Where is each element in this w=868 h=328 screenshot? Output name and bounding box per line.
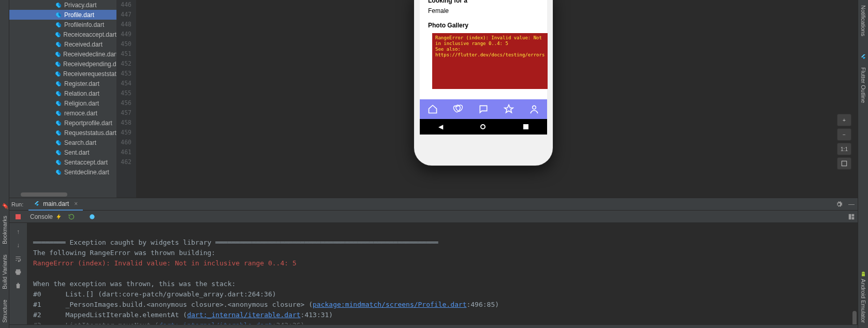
file-label: Religion.dart	[64, 100, 99, 107]
svg-point-2	[90, 214, 94, 219]
source-link[interactable]: dart:_internal/iterable.dart	[159, 321, 272, 324]
home-icon[interactable]	[428, 104, 438, 114]
file-profile-dart[interactable]: Profile.dart	[9, 10, 116, 20]
file-requeststatus-dart[interactable]: Requeststatus.dart	[9, 128, 116, 138]
home-button-icon[interactable]	[480, 124, 486, 129]
file-sent-dart[interactable]: Sent.dart	[9, 147, 116, 157]
lightning-icon	[55, 213, 63, 220]
stack-frame: #1 _PersonImages.build.<anonymous closur…	[33, 301, 499, 308]
line-number: 452	[116, 59, 136, 69]
project-tree[interactable]: Privacy.dartProfile.dartProfileinfo.dart…	[9, 0, 116, 198]
file-label: Sentaccept.dart	[64, 159, 108, 166]
file-received-dart[interactable]: Received.dart	[9, 39, 116, 49]
flutter-outline-tab[interactable]: Flutter Outline	[860, 62, 866, 108]
dart-file-icon	[55, 169, 62, 176]
source-link[interactable]: package:mindmatch/screens/Profile.dart	[313, 301, 466, 308]
line-number: 453	[116, 69, 136, 79]
file-label: Privacy.dart	[64, 2, 96, 9]
print-button[interactable]	[13, 267, 23, 277]
line-number: 457	[116, 108, 136, 118]
file-label: Register.dart	[64, 80, 99, 87]
editor-canvas[interactable]: Looking for a Female Photo Gallery Range…	[136, 0, 858, 198]
tree-horizontal-scrollbar[interactable]	[9, 191, 116, 198]
dart-file-icon	[55, 100, 62, 107]
file-search-dart[interactable]: Search.dart	[9, 138, 116, 147]
dart-file-icon	[55, 41, 62, 48]
file-label: Relation.dart	[64, 90, 99, 97]
structure-tab[interactable]: Structure	[2, 294, 8, 328]
status-bar	[9, 324, 858, 328]
bookmarks-tab[interactable]: Bookmarks 🔖	[1, 194, 8, 249]
app-bottom-nav[interactable]	[420, 99, 547, 119]
zoom-fit-button[interactable]	[837, 157, 851, 170]
editor-gutter: 4464474484494504514524534544554564574584…	[116, 0, 136, 198]
clear-button[interactable]	[13, 281, 23, 290]
hot-reload-button[interactable]	[53, 213, 65, 220]
run-tab-main[interactable]: main.dart ×	[28, 198, 83, 211]
profile-icon[interactable]	[529, 104, 539, 114]
star-icon[interactable]	[504, 104, 514, 114]
print-icon	[14, 269, 22, 276]
flutter-icon	[860, 54, 866, 60]
svg-rect-1	[842, 161, 846, 166]
hot-restart-button[interactable]	[65, 213, 78, 220]
file-label: Sentdecline.dart	[64, 169, 109, 176]
file-religion-dart[interactable]: Religion.dart	[9, 98, 116, 108]
hide-panel-button[interactable]: —	[845, 199, 858, 210]
editor[interactable]: 4464474484494504514524534544554564574584…	[116, 0, 858, 198]
console-tab[interactable]: Console	[30, 213, 53, 220]
file-receivedecline-dart[interactable]: Receivedecline.dart	[9, 49, 116, 59]
file-reportprofile-dart[interactable]: Reportprofile.dart	[9, 118, 116, 128]
back-icon[interactable]: ◀	[438, 123, 443, 130]
file-profileinfo-dart[interactable]: Profileinfo.dart	[9, 20, 116, 29]
console-output[interactable]: ════════ Exception caught by widgets lib…	[27, 223, 858, 324]
notifications-tab[interactable]: Notifications	[860, 0, 866, 41]
file-remoce-dart[interactable]: remoce.dart	[9, 108, 116, 118]
run-label: Run:	[11, 201, 23, 207]
file-sentdecline-dart[interactable]: Sentdecline.dart	[9, 167, 116, 177]
dart-file-icon	[55, 159, 62, 166]
file-sentaccept-dart[interactable]: Sentaccept.dart	[9, 157, 116, 167]
svg-rect-4	[852, 214, 855, 216]
android-nav-bar[interactable]: ◀	[420, 119, 547, 135]
close-icon[interactable]: ×	[74, 200, 78, 207]
zoom-out-button[interactable]: −	[837, 128, 851, 141]
file-label: Profileinfo.dart	[64, 21, 104, 28]
settings-button[interactable]	[833, 199, 845, 210]
log-line: When the exception was thrown, this was …	[33, 280, 236, 288]
line-number: 447	[116, 10, 136, 20]
android-emulator-tab[interactable]: Android Emulator	[860, 266, 866, 328]
stack-frame: #0 List.[] (dart:core-patch/growable_arr…	[33, 290, 276, 298]
scroll-down-button[interactable]: ↓	[13, 241, 23, 250]
file-receiceaccept-dart[interactable]: Receiceaccept.dart	[9, 29, 116, 39]
run-tool-window: Run: main.dart × — Console ↑ ↓	[9, 198, 858, 324]
file-privacy-dart[interactable]: Privacy.dart	[9, 0, 116, 10]
emulator-screen[interactable]: Looking for a Female Photo Gallery Range…	[420, 0, 547, 135]
file-label: Search.dart	[64, 139, 96, 146]
file-register-dart[interactable]: Register.dart	[9, 79, 116, 88]
layout-button[interactable]	[845, 213, 858, 220]
dart-file-icon	[55, 90, 62, 97]
zoom-reset-button[interactable]: 1:1	[837, 143, 851, 155]
zoom-in-button[interactable]: +	[837, 114, 851, 126]
recents-icon[interactable]	[523, 124, 528, 129]
file-receivedpending-dart[interactable]: Receivedpending.dart	[9, 59, 116, 69]
source-link[interactable]: dart:_internal/iterable.dart	[187, 311, 300, 319]
chat-icon[interactable]	[478, 104, 489, 114]
devtools-button[interactable]	[86, 213, 98, 220]
line-number: 454	[116, 79, 136, 88]
devtools-icon	[89, 213, 96, 220]
file-relation-dart[interactable]: Relation.dart	[9, 88, 116, 98]
build-variants-tab[interactable]: Build Variants	[2, 249, 8, 294]
stop-button[interactable]	[9, 211, 27, 222]
wrap-icon	[14, 255, 22, 262]
scroll-up-button[interactable]: ↑	[13, 227, 23, 236]
console-scrollbar[interactable]	[851, 223, 858, 324]
soft-wrap-button[interactable]	[13, 254, 23, 263]
line-number: 460	[116, 138, 136, 147]
line-number: 458	[116, 118, 136, 128]
left-tool-strip: Bookmarks 🔖 Build Variants Structure	[0, 0, 9, 328]
file-receiverequeststatus-dart[interactable]: Receiverequeststatus.dart	[9, 69, 116, 79]
heart-icon[interactable]	[453, 104, 463, 114]
android-icon	[860, 271, 866, 277]
